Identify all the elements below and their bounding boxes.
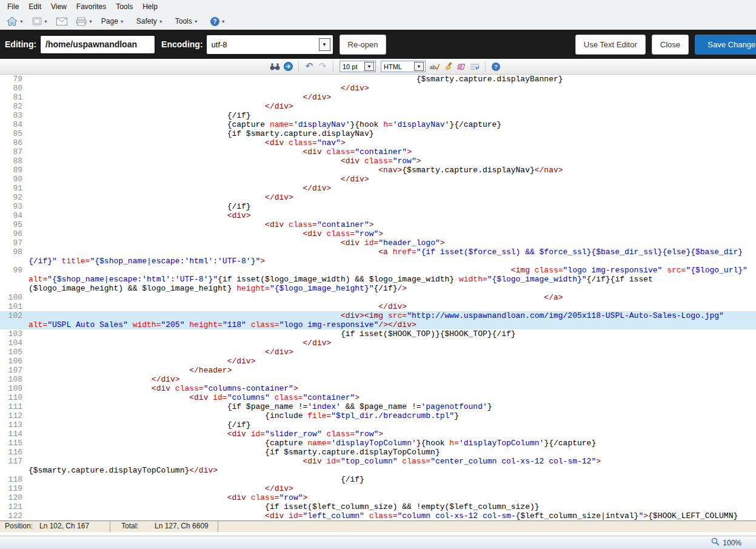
- code-token: }{/capture}: [449, 120, 501, 129]
- menu-file[interactable]: File: [2, 1, 24, 13]
- code-line[interactable]: alt="{$shop_name|escape:'html':'UTF-8'}"…: [0, 275, 756, 284]
- code-line[interactable]: 108 </div>: [0, 375, 756, 384]
- code-line[interactable]: 99 <img class="logo img-responsive" src=…: [0, 266, 756, 275]
- safety-menu-button[interactable]: Safety ▼: [133, 16, 166, 27]
- code-token: </nav>: [535, 166, 563, 175]
- help-button[interactable]: ? ▼: [207, 16, 229, 27]
- code-line[interactable]: 113 {/if}: [0, 420, 756, 429]
- save-changes-button[interactable]: Save Changes: [695, 35, 756, 55]
- code-line[interactable]: 112 {include file="$tpl_dir./breadcrumb.…: [0, 411, 756, 420]
- code-token: class=: [251, 493, 279, 502]
- code-line[interactable]: {$smarty.capture.displayTopColumn}</div>: [0, 466, 756, 475]
- undo-icon[interactable]: ↶: [303, 61, 315, 73]
- tools-menu-button[interactable]: Tools ▼: [172, 16, 201, 27]
- code-line[interactable]: 122 <div id="left_column" class="column …: [0, 511, 756, 520]
- code-token: "{if isset($force_ssl) && $force_ssl}{$b…: [416, 248, 743, 257]
- eraser-icon[interactable]: [455, 61, 467, 73]
- search-icon[interactable]: [269, 61, 281, 73]
- feeds-button[interactable]: ▼: [29, 16, 51, 27]
- word-wrap-icon[interactable]: [469, 61, 481, 73]
- code-line[interactable]: 98 <a href="{if isset($force_ssl) && $fo…: [0, 248, 756, 257]
- code-line[interactable]: {/if}" title="{$shop_name|escape:'html':…: [0, 257, 756, 266]
- code-token: "columns": [227, 393, 275, 402]
- code-line[interactable]: 80 </div>: [0, 84, 756, 93]
- code-line[interactable]: 79 {$smarty.capture.displayBanner}: [0, 75, 756, 84]
- code-line[interactable]: 121 {if isset($left_column_size) && !emp…: [0, 502, 756, 511]
- print-button[interactable]: ▼: [73, 16, 96, 27]
- menu-tools[interactable]: Tools: [111, 1, 138, 13]
- read-mail-button[interactable]: [53, 16, 70, 27]
- code-line[interactable]: 94 <div>: [0, 211, 756, 220]
- line-number: 115: [0, 439, 28, 448]
- code-line[interactable]: 105 </div>: [0, 348, 756, 357]
- code-token: </div>: [265, 484, 293, 493]
- code-line[interactable]: 97 <div id="header_logo">: [0, 238, 756, 248]
- syntax-select[interactable]: HTML ▼: [381, 61, 426, 72]
- code-text: </div>: [28, 175, 756, 184]
- code-token: {if $page_name !=: [227, 402, 308, 411]
- code-line[interactable]: 107 </header>: [0, 366, 756, 375]
- code-line[interactable]: 115 {capture name='displayTopColumn'}{ho…: [0, 439, 756, 448]
- code-line[interactable]: 106 </div>: [0, 357, 756, 366]
- code-line[interactable]: 116 {if $smarty.capture.displayTopColumn…: [0, 448, 756, 457]
- code-token: {/if}: [341, 475, 364, 484]
- code-token: <div: [227, 429, 251, 439]
- code-line[interactable]: 83 {/if}: [0, 111, 756, 120]
- code-line[interactable]: 100 </a>: [0, 293, 756, 302]
- code-line[interactable]: 85 {if $smarty.capture.displayNav}: [0, 129, 756, 138]
- encoding-select[interactable]: utf-8 ▼: [207, 35, 333, 54]
- code-line[interactable]: 109 <div class="columns-container">: [0, 384, 756, 393]
- code-line[interactable]: 101 </div>: [0, 302, 756, 311]
- code-line[interactable]: 81 </div>: [0, 93, 756, 102]
- code-line[interactable]: 102 <div><img src="http://www.uspawnandl…: [0, 311, 756, 320]
- code-line[interactable]: 96 <div class="row">: [0, 229, 756, 238]
- code-line[interactable]: ($logo_image_height) && $logo_image_heig…: [0, 284, 756, 293]
- use-text-editor-button[interactable]: Use Text Editor: [575, 35, 646, 55]
- menu-help[interactable]: Help: [138, 1, 162, 13]
- code-line[interactable]: 84 {capture name='displayNav'}{hook h='d…: [0, 120, 756, 129]
- code-token: {/if}{if isset: [587, 275, 653, 284]
- code-line[interactable]: alt="USPL Auto Sales" width="205" height…: [0, 320, 756, 329]
- code-line[interactable]: 104 </div>: [0, 338, 756, 348]
- code-line[interactable]: 95 <div class="container">: [0, 220, 756, 229]
- code-line[interactable]: 110 <div id="columns" class="container">: [0, 393, 756, 402]
- code-line[interactable]: 90 </div>: [0, 175, 756, 184]
- home-button[interactable]: ▼: [4, 15, 27, 27]
- reopen-button[interactable]: Re-open: [340, 35, 387, 55]
- menu-favorites[interactable]: Favorites: [72, 1, 111, 13]
- code-line[interactable]: 86 <div class="nav">: [0, 138, 756, 147]
- code-line[interactable]: 114 <div id="slider_row" class="row">: [0, 429, 756, 439]
- code-line[interactable]: 120 <div class="row">: [0, 493, 756, 502]
- line-number: 110: [0, 393, 28, 402]
- code-line[interactable]: 117 <div id="top_column" class="center_c…: [0, 457, 756, 466]
- code-token: "nav": [317, 138, 341, 147]
- font-size-select[interactable]: 10 pt ▼: [340, 61, 376, 72]
- menu-view[interactable]: View: [46, 1, 72, 13]
- code-line[interactable]: 82 </div>: [0, 102, 756, 111]
- code-line[interactable]: 111 {if $page_name !='index' && $page_na…: [0, 402, 756, 411]
- file-path-input[interactable]: [40, 35, 155, 54]
- code-line[interactable]: 118 {/if}: [0, 475, 756, 484]
- code-line[interactable]: 88 <div class="row">: [0, 157, 756, 166]
- code-line[interactable]: 87 <div class="container">: [0, 147, 756, 157]
- code-line[interactable]: 92 </div>: [0, 193, 756, 202]
- code-line[interactable]: 103 {if isset($HOOK_TOP)}{$HOOK_TOP}{/if…: [0, 329, 756, 338]
- code-token: id=: [364, 238, 378, 248]
- code-token: {/if}: [227, 111, 251, 120]
- code-area[interactable]: 79 {$smarty.capture.displayBanner}80 </d…: [0, 75, 756, 520]
- page-menu-button[interactable]: Page ▼: [98, 16, 127, 27]
- code-line[interactable]: 93 {/if}: [0, 202, 756, 211]
- zoom-control[interactable]: 100%: [707, 537, 745, 548]
- spellcheck-icon[interactable]: ab: [429, 61, 441, 73]
- code-line[interactable]: 119 </div>: [0, 484, 756, 493]
- go-to-line-icon[interactable]: [282, 61, 294, 73]
- menu-edit[interactable]: Edit: [24, 1, 46, 13]
- code-token: file=: [307, 411, 331, 420]
- highlight-brush-icon[interactable]: [442, 61, 454, 73]
- code-line[interactable]: 89 <nav>{$smarty.capture.displayNav}</na…: [0, 166, 756, 175]
- editor-help-icon[interactable]: ?: [492, 62, 500, 71]
- code-text: <div class="container">: [28, 147, 756, 157]
- close-button[interactable]: Close: [652, 35, 689, 55]
- line-number: 87: [0, 147, 28, 157]
- code-line[interactable]: 91 </div>: [0, 184, 756, 193]
